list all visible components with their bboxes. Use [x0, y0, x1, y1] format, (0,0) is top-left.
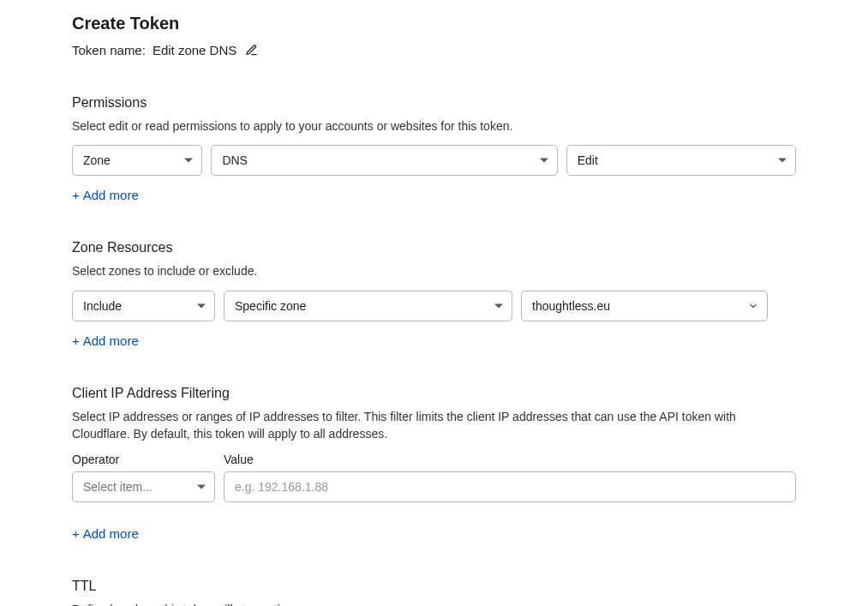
edit-token-name-button[interactable]	[243, 42, 259, 57]
token-name-row: Token name: Edit zone DNS	[72, 42, 796, 57]
ttl-section: TTL Define how long this token will stay…	[72, 579, 796, 606]
permissions-resource-select[interactable]: DNS	[211, 145, 557, 176]
caret-down-icon	[197, 303, 206, 308]
zone-mode-select[interactable]: Include	[72, 291, 215, 321]
caret-down-icon	[494, 303, 503, 308]
zone-value: thoughtless.eu	[532, 299, 610, 313]
permissions-level-value: Edit	[578, 153, 598, 167]
plus-icon: +	[72, 188, 80, 202]
caret-down-icon	[197, 485, 206, 489]
value-label: Value	[224, 453, 254, 466]
permissions-desc: Select edit or read permissions to apply…	[72, 117, 796, 135]
zone-resources-section: Zone Resources Select zones to include o…	[72, 240, 796, 347]
zone-resources-title: Zone Resources	[72, 240, 796, 255]
ip-filter-labels: Operator Value	[72, 453, 796, 466]
ip-value-input[interactable]: e.g. 192.168.1.88	[224, 471, 796, 502]
plus-icon: +	[72, 333, 80, 348]
add-zone-resource-button[interactable]: + Add more	[72, 333, 139, 348]
ip-filter-title: Client IP Address Filtering	[72, 386, 796, 401]
permissions-scope-select[interactable]: Zone	[72, 145, 202, 176]
add-ip-filter-label: Add more	[83, 526, 139, 541]
permissions-resource-value: DNS	[222, 153, 248, 167]
zone-scope-select[interactable]: Specific zone	[224, 291, 512, 321]
ip-filter-section: Client IP Address Filtering Select IP ad…	[72, 386, 796, 542]
token-name-label: Token name:	[72, 43, 146, 57]
page-title: Create Token	[72, 14, 796, 33]
zone-mode-value: Include	[83, 299, 122, 313]
zone-scope-value: Specific zone	[235, 299, 306, 313]
ip-operator-placeholder: Select item...	[83, 480, 153, 494]
permissions-scope-value: Zone	[83, 153, 111, 167]
zone-resources-row: Include Specific zone thoughtless.eu	[72, 291, 796, 321]
ttl-desc: Define how long this token will stay act…	[72, 601, 796, 606]
chevron-down-icon	[748, 301, 758, 311]
caret-down-icon	[778, 159, 787, 163]
add-permission-label: Add more	[83, 188, 139, 202]
caret-down-icon	[184, 159, 193, 163]
operator-label: Operator	[72, 453, 215, 466]
permissions-level-select[interactable]: Edit	[566, 145, 796, 176]
ip-filter-row: Select item... e.g. 192.168.1.88	[72, 471, 796, 502]
zone-resources-desc: Select zones to include or exclude.	[72, 262, 796, 279]
zone-value-select[interactable]: thoughtless.eu	[521, 291, 768, 321]
add-permission-button[interactable]: + Add more	[72, 188, 139, 202]
add-ip-filter-button[interactable]: + Add more	[72, 526, 139, 541]
pencil-icon	[245, 44, 258, 57]
permissions-row: Zone DNS Edit	[72, 145, 796, 176]
token-name-value: Edit zone DNS	[153, 43, 236, 57]
permissions-section: Permissions Select edit or read permissi…	[72, 95, 796, 202]
permissions-title: Permissions	[72, 95, 796, 111]
ip-value-placeholder: e.g. 192.168.1.88	[235, 480, 328, 494]
plus-icon: +	[72, 526, 80, 541]
ip-filter-desc: Select IP addresses or ranges of IP addr…	[72, 408, 796, 443]
ip-operator-select[interactable]: Select item...	[72, 471, 215, 502]
ttl-title: TTL	[72, 579, 796, 594]
add-zone-resource-label: Add more	[83, 333, 139, 348]
caret-down-icon	[540, 159, 548, 163]
